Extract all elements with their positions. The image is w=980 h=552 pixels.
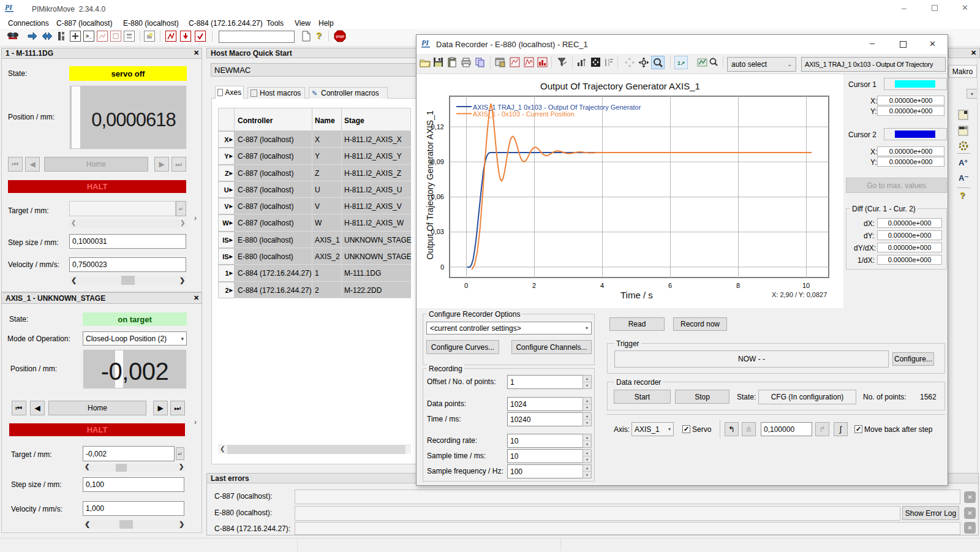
svg-text:PI: PI	[421, 39, 429, 47]
svg-text:PI: PI	[5, 3, 13, 12]
svg-text:STOP: STOP	[336, 35, 344, 39]
svg-text:1↗: 1↗	[677, 60, 685, 66]
